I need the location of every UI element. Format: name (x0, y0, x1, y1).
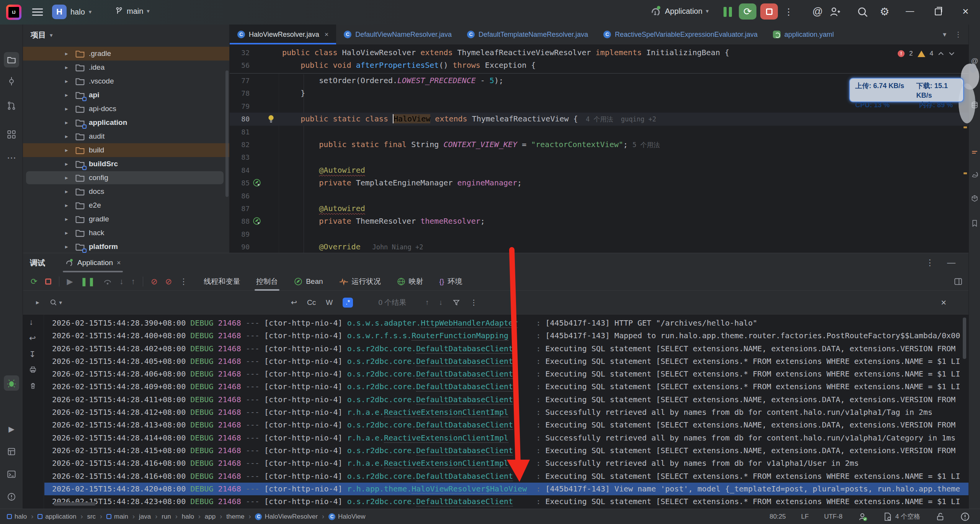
debug-session-tab[interactable]: Application × (63, 253, 123, 272)
tree-item-vscode[interactable]: ▸.vscode (23, 74, 230, 88)
minimize-button[interactable]: — (906, 6, 914, 16)
git-branch-widget[interactable]: main ▾ (115, 6, 150, 16)
problems-toolwindow-icon[interactable] (4, 489, 19, 504)
recent-search-icon[interactable]: ↩ (291, 298, 297, 307)
commit-toolwindow-icon[interactable] (4, 74, 19, 89)
line-ending[interactable]: LF (801, 513, 809, 521)
code-line-32[interactable]: 32public class HaloViewResolver extends … (230, 46, 969, 59)
tree-item-e2e[interactable]: ▸e2e (23, 198, 230, 212)
tab-ReactiveSpelVariableExpressionEvaluator.java[interactable]: CReactiveSpelVariableExpressionEvaluator… (596, 25, 765, 44)
chevron-right-icon[interactable]: ▸ (65, 147, 68, 154)
chevron-right-icon[interactable]: ▸ (65, 243, 68, 250)
tree-item-platform[interactable]: ▸platform (23, 240, 230, 253)
close-tab-icon[interactable]: × (325, 31, 329, 39)
log-row[interactable]: 2026-02-15T15:44:28.400+08:00 DEBUG 2146… (44, 329, 969, 342)
project-widget[interactable]: H halo ▾ (52, 5, 91, 19)
log-row[interactable]: 2026-02-15T15:44:28.414+08:00 DEBUG 2146… (44, 432, 969, 444)
tree-item-build[interactable]: ▸build (23, 143, 230, 157)
view-tab-映射[interactable]: 映射 (397, 272, 423, 291)
breadcrumb-item-halo[interactable]: halo (182, 513, 194, 521)
vcs-user-icon[interactable] (858, 512, 868, 522)
chevron-right-icon[interactable]: ▸ (65, 174, 68, 181)
chevron-right-icon[interactable]: ▸ (65, 188, 68, 195)
code-line-83[interactable]: 83 (230, 151, 969, 164)
breadcrumb-item-java[interactable]: java (139, 513, 151, 521)
stop-button[interactable] (760, 3, 778, 20)
tab-application.yaml[interactable]: application.yaml (765, 25, 841, 44)
tree-item-hack[interactable]: ▸hack (23, 226, 230, 240)
tree-item-buildSrc[interactable]: ▸buildSrc (23, 157, 230, 171)
code-line-87[interactable]: 87 @Autowired (230, 202, 969, 215)
chevron-right-icon[interactable]: ▸ (65, 202, 68, 209)
chevron-right-icon[interactable]: ▸ (65, 78, 68, 85)
breadcrumb-item-main[interactable]: main (106, 513, 128, 521)
log-row[interactable]: 2026-02-15T15:44:28.412+08:00 DEBUG 2146… (44, 406, 969, 419)
tree-item-docs[interactable]: ▸docs (23, 185, 230, 198)
inspections-widget[interactable]: ! 2 4 (898, 50, 955, 57)
view-tab-Bean[interactable]: Bean (294, 272, 323, 291)
code-with-me-icon[interactable] (828, 6, 841, 18)
gradle-toolwindow-icon[interactable] (969, 169, 980, 181)
tree-item-config[interactable]: ▸config (23, 171, 230, 185)
chevron-right-icon[interactable]: ▸ (65, 229, 68, 236)
tree-item-api-docs[interactable]: ▸api-docs (23, 102, 230, 116)
match-case-toggle[interactable]: Cc (307, 298, 316, 307)
tree-item-application[interactable]: ▸application (23, 116, 230, 129)
log-row[interactable]: 2026-02-15T15:44:28.420+08:00 DEBUG 2146… (44, 483, 969, 495)
terminal-toolwindow-icon[interactable] (4, 467, 19, 482)
tab-DefaultTemplateNameResolver.java[interactable]: CDefaultTemplateNameResolver.java (459, 25, 596, 44)
code-line-84[interactable]: 84 @Autowired (230, 164, 969, 177)
pause-icon[interactable]: ❚❚ (81, 277, 96, 286)
stop-icon[interactable] (45, 278, 51, 285)
filter-icon[interactable] (452, 299, 460, 306)
ai-assistant-icon[interactable]: @ (812, 6, 823, 18)
intention-bulb-icon[interactable] (267, 115, 275, 124)
step-out-icon[interactable]: ↑ (131, 277, 135, 286)
tab-DefaultViewNameResolver.java[interactable]: CDefaultViewNameResolver.java (336, 25, 459, 44)
debug-options-icon[interactable]: ⋮ (926, 258, 934, 268)
words-toggle[interactable]: W (326, 298, 333, 307)
hide-panel-icon[interactable]: — (947, 258, 956, 268)
chevron-right-icon[interactable]: ▸ (65, 105, 68, 112)
next-problem-icon[interactable] (949, 51, 955, 56)
next-match-icon[interactable]: ↓ (439, 298, 443, 307)
more-toolwindows-icon[interactable]: ⋯ (4, 150, 19, 165)
structure-toolwindow-icon[interactable] (4, 127, 19, 142)
chevron-right-icon[interactable]: ▸ (65, 133, 68, 140)
prev-match-icon[interactable]: ↑ (425, 298, 429, 307)
chevron-right-icon[interactable]: ▸ (65, 92, 68, 98)
more-actions-icon[interactable]: ⋮ (784, 7, 793, 17)
rerun-debug-button[interactable]: ⟳ (739, 3, 756, 20)
settings-gear-icon[interactable]: ⚙ (880, 5, 889, 18)
run-config-widget[interactable]: Application ▾ (650, 5, 709, 17)
code-line-82[interactable]: 82 public static final String CONTEXT_VI… (230, 138, 969, 151)
tree-item-gradle[interactable]: ▸gradle (23, 212, 230, 226)
scroll-down-icon[interactable]: ↓ (29, 318, 33, 327)
spring-bean-icon[interactable] (253, 217, 261, 225)
notifications-icon[interactable] (960, 512, 970, 522)
layout-settings-icon[interactable] (954, 277, 962, 286)
pull-requests-icon[interactable] (4, 98, 19, 113)
more-icon[interactable]: ⋮ (180, 277, 188, 286)
tree-item-audit[interactable]: ▸audit (23, 129, 230, 143)
services-toolwindow-icon[interactable] (4, 444, 19, 459)
spring-bean-icon[interactable] (253, 178, 261, 187)
soft-wrap-icon[interactable]: ↩ (29, 334, 36, 343)
close-window-button[interactable]: × (962, 5, 969, 18)
force-skip-icon[interactable]: ⊘ (165, 277, 172, 286)
file-encoding[interactable]: UTF-8 (824, 513, 843, 521)
code-line-89[interactable]: 89 (230, 228, 969, 241)
close-search-icon[interactable]: × (941, 297, 946, 308)
step-over-icon[interactable] (103, 277, 112, 286)
code-editor[interactable]: 32public class HaloViewResolver extends … (230, 44, 969, 253)
log-row[interactable]: 2026-02-15T15:44:28.415+08:00 DEBUG 2146… (44, 444, 969, 457)
project-panel-header[interactable]: 项目 ▾ (31, 30, 53, 40)
project-scrollbar[interactable] (225, 70, 229, 197)
tab-HaloViewResolver.java[interactable]: CHaloViewResolver.java× (230, 25, 336, 44)
hidden-tabs-icon[interactable]: ▾ (943, 30, 946, 39)
log-row[interactable]: 2026-02-15T15:44:28.409+08:00 DEBUG 2146… (44, 380, 969, 393)
tree-item-idea[interactable]: ▸.idea (23, 61, 230, 74)
print-icon[interactable] (29, 366, 37, 373)
restore-button[interactable] (935, 8, 942, 15)
breadcrumb-item-run[interactable]: run (162, 513, 171, 521)
